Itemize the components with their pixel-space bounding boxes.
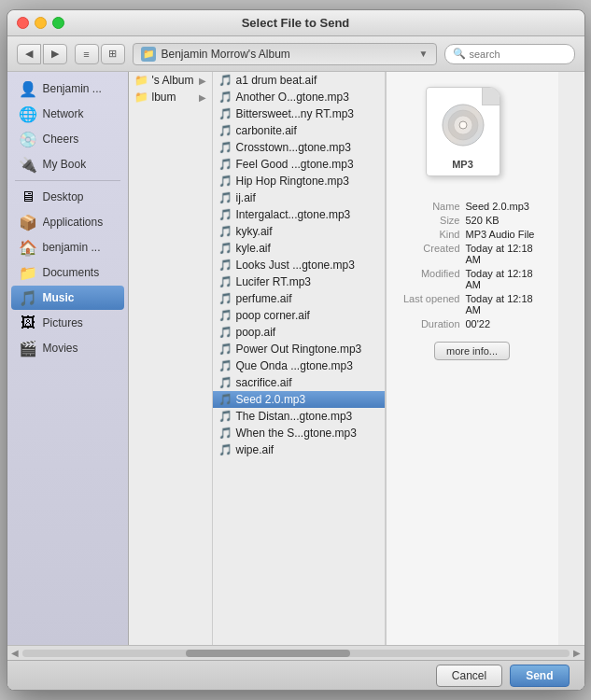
minimize-button[interactable]: [35, 17, 47, 29]
list-item[interactable]: 🎵 kyle.aif: [213, 240, 385, 257]
music-icon: 🎵: [19, 288, 37, 307]
scrollbar-track[interactable]: [22, 650, 570, 657]
audio-file-icon: 🎵: [218, 326, 232, 339]
file-area: 📁 's Album ▶ 📁 lbum ▶ 🎵 a1 drum beat.aif: [129, 72, 584, 645]
item-label: 's Album: [152, 74, 194, 87]
item-label: sacrifice.aif: [236, 376, 292, 389]
list-item[interactable]: 🎵 Que Onda ...gtone.mp3: [213, 357, 385, 374]
sidebar-item-documents[interactable]: 📁 Documents: [11, 260, 124, 285]
chevron-right-icon: ▶: [199, 76, 206, 86]
audio-file-icon: 🎵: [218, 309, 232, 322]
sidebar-item-music[interactable]: 🎵 Music: [11, 286, 124, 310]
home-icon: 🏠: [19, 238, 37, 257]
list-item[interactable]: 🎵 poop.aif: [213, 324, 385, 341]
search-box[interactable]: 🔍: [444, 44, 575, 64]
file-info: Name Seed 2.0.mp3 Size 520 KB Kind MP3 A…: [396, 201, 549, 332]
audio-file-icon: 🎵: [218, 410, 232, 423]
list-item-selected[interactable]: 🎵 Seed 2.0.mp3: [213, 391, 385, 408]
sidebar-item-desktop[interactable]: 🖥 Desktop: [11, 185, 124, 209]
chevron-right-icon: ▶: [199, 92, 206, 103]
scroll-left-arrow[interactable]: ◀: [11, 648, 19, 658]
svg-point-4: [443, 105, 484, 146]
audio-file-icon: 🎵: [218, 158, 232, 171]
item-label: kyle.aif: [236, 242, 271, 255]
last-opened-label: Last opened: [396, 293, 466, 315]
send-button[interactable]: Send: [510, 665, 569, 687]
list-item[interactable]: 🎵 Another O...gtone.mp3: [213, 89, 385, 105]
list-item[interactable]: 🎵 When the S...gtone.mp3: [213, 425, 385, 441]
list-item[interactable]: 🎵 Feel Good ...gtone.mp3: [213, 156, 385, 173]
info-row-duration: Duration 00'22: [396, 318, 549, 329]
preview-file-type-label: MP3: [452, 159, 473, 170]
list-item[interactable]: 🎵 Crosstown...gtone.mp3: [213, 139, 385, 156]
list-item[interactable]: 🎵 Hip Hop Ringtone.mp3: [213, 173, 385, 189]
desktop-icon: 🖥: [19, 188, 37, 206]
item-label: a1 drum beat.aif: [236, 74, 317, 87]
item-label: Another O...gtone.mp3: [236, 91, 349, 104]
sidebar-item-benjamin[interactable]: 👤 Benjamin ...: [11, 77, 124, 101]
name-value: Seed 2.0.mp3: [466, 201, 549, 212]
item-label: perfume.aif: [236, 292, 292, 305]
info-row-kind: Kind MP3 Audio File: [396, 229, 549, 240]
forward-button[interactable]: ▶: [43, 44, 67, 64]
created-label: Created: [396, 243, 466, 265]
list-item[interactable]: 📁 's Album ▶: [129, 72, 212, 89]
item-label: poop.aif: [236, 326, 276, 339]
location-bar[interactable]: 📁 Benjamin Morrow's Album ▼: [133, 43, 437, 65]
cancel-button[interactable]: Cancel: [436, 665, 502, 687]
list-item[interactable]: 🎵 Bittersweet...ny RT.mp3: [213, 105, 385, 122]
maximize-button[interactable]: [52, 17, 64, 29]
more-info-button[interactable]: more info...: [434, 342, 510, 360]
audio-file-icon: 🎵: [218, 191, 232, 204]
audio-file-icon: 🎵: [218, 208, 232, 221]
column-view-button[interactable]: ⊞: [101, 44, 125, 64]
item-label: Seed 2.0.mp3: [236, 393, 306, 406]
column-1: 📁 's Album ▶ 📁 lbum ▶: [129, 72, 213, 645]
list-item[interactable]: 🎵 Power Out Ringtone.mp3: [213, 341, 385, 357]
sidebar-item-cheers[interactable]: 💿 Cheers: [11, 127, 124, 151]
list-item[interactable]: 🎵 ij.aif: [213, 189, 385, 206]
list-item[interactable]: 🎵 The Distan...gtone.mp3: [213, 408, 385, 425]
audio-file-icon: 🎵: [218, 74, 232, 87]
scrollbar-thumb[interactable]: [186, 650, 350, 657]
applications-icon: 📦: [19, 213, 37, 231]
audio-file-icon: 🎵: [218, 141, 232, 154]
list-item[interactable]: 🎵 a1 drum beat.aif: [213, 72, 385, 89]
search-input[interactable]: [470, 49, 567, 60]
list-item[interactable]: 🎵 Lucifer RT.mp3: [213, 273, 385, 290]
scroll-right-arrow[interactable]: ▶: [573, 648, 581, 658]
sidebar-item-mybook[interactable]: 🔌 My Book: [11, 152, 124, 176]
list-item[interactable]: 🎵 kyky.aif: [213, 223, 385, 240]
list-item[interactable]: 🎵 wipe.aif: [213, 441, 385, 458]
disk-icon: 💿: [19, 130, 37, 148]
list-item[interactable]: 🎵 sacrifice.aif: [213, 374, 385, 391]
sidebar-item-label: Benjamin ...: [43, 82, 102, 95]
location-dropdown-icon[interactable]: ▼: [419, 49, 429, 59]
back-button[interactable]: ◀: [17, 44, 41, 64]
preview-file-icon: MP3: [426, 87, 519, 189]
list-item[interactable]: 📁 lbum ▶: [129, 89, 212, 105]
list-item[interactable]: 🎵 Intergalact...gtone.mp3: [213, 206, 385, 223]
item-label: lbum: [152, 91, 176, 104]
scrollbar-area: ◀ ▶: [7, 645, 584, 660]
audio-file-icon: 🎵: [218, 225, 232, 238]
item-label: Lucifer RT.mp3: [236, 275, 311, 288]
item-label: ij.aif: [236, 191, 256, 204]
audio-file-icon: 🎵: [218, 175, 232, 188]
sidebar-item-label: Network: [43, 107, 84, 120]
sidebar-item-movies[interactable]: 🎬 Movies: [11, 336, 124, 360]
audio-file-icon: 🎵: [218, 393, 232, 406]
sidebar-item-network[interactable]: 🌐 Network: [11, 102, 124, 126]
close-button[interactable]: [17, 17, 29, 29]
sidebar-item-applications[interactable]: 📦 Applications: [11, 210, 124, 234]
sidebar-item-home[interactable]: 🏠 benjamin ...: [11, 235, 124, 259]
list-view-button[interactable]: ≡: [75, 44, 99, 64]
list-item[interactable]: 🎵 poop corner.aif: [213, 307, 385, 324]
kind-value: MP3 Audio File: [466, 229, 549, 240]
list-item[interactable]: 🎵 perfume.aif: [213, 290, 385, 307]
sidebar-item-pictures[interactable]: 🖼 Pictures: [11, 311, 124, 335]
network-icon: 🌐: [19, 105, 37, 123]
documents-icon: 📁: [19, 263, 37, 282]
list-item[interactable]: 🎵 Looks Just ...gtone.mp3: [213, 257, 385, 273]
list-item[interactable]: 🎵 carbonite.aif: [213, 122, 385, 139]
